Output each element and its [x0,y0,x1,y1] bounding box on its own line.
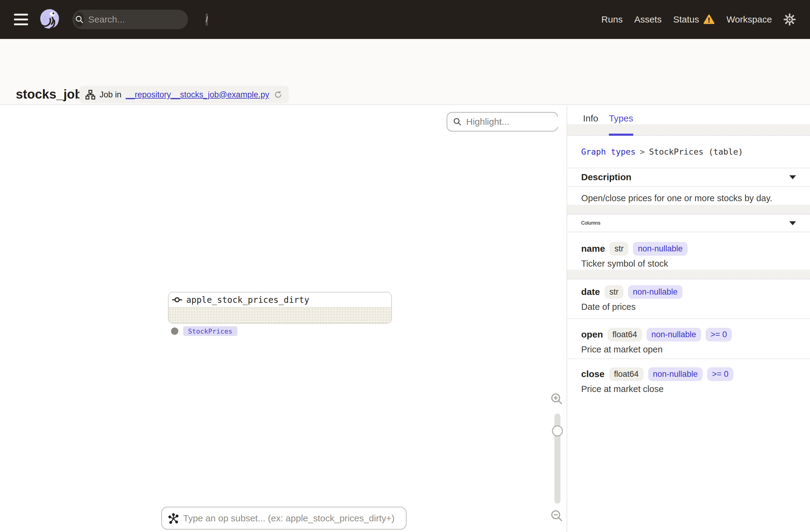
column-name: date [581,287,600,297]
column-row-open: open float64 non-nullable >= 0 [567,327,810,341]
column-name: open [581,329,603,340]
section-separator-band [567,205,810,214]
type-explorer-panel: Info Types Graph types > StockPrices (ta… [567,106,810,532]
column-constraint-tag: non-nullable [633,242,687,256]
search-icon [453,117,462,126]
column-constraint-tag: non-nullable [647,328,701,341]
column-name: name [581,243,605,254]
description-text: Open/close prices for one or more stocks… [567,192,810,204]
panel-tabs: Info Types [567,106,810,136]
dagster-logo-icon[interactable] [38,8,61,31]
highlight-search [447,112,558,131]
page-title: stocks_job [16,87,82,102]
warning-icon [703,14,715,25]
column-type-tag: str [610,242,628,256]
search-shortcut-key: / [206,13,208,26]
nav-status-label: Status [673,14,699,25]
global-search: / [72,10,188,29]
description-heading: Description [581,172,631,182]
op-node-title: apple_stock_prices_dirty [186,295,309,305]
output-type-dot [171,327,178,335]
column-description: Price at market open [567,344,810,355]
hamburger-menu-icon[interactable] [14,14,28,25]
column-type-tag: float64 [609,367,644,381]
page-header: stocks_job Job in __repository__stocks_j… [0,39,810,105]
job-origin-prefix: Job in [99,90,122,99]
column-constraint-tag: non-nullable [628,285,682,299]
column-row-name: name str non-nullable [567,242,810,256]
output-type-chip[interactable]: StockPrices [183,326,237,336]
column-constraint-tag: non-nullable [648,367,702,381]
op-subset-filter [161,507,406,530]
nav-assets[interactable]: Assets [634,14,662,25]
panel-tab-types[interactable]: Types [609,113,633,124]
breadcrumb-current-type: StockPrices (table) [649,147,743,157]
highlight-input[interactable] [466,116,584,127]
column-name: close [581,369,605,379]
reload-icon[interactable] [274,90,283,99]
op-icon [172,296,182,303]
row-divider [567,358,810,359]
column-type-tag: str [605,285,623,299]
panel-tab-info[interactable]: Info [583,113,598,124]
columns-section-header[interactable]: Columns [567,214,810,232]
description-section-header[interactable]: Description [567,168,810,187]
column-constraint-tag: >= 0 [706,328,732,341]
row-divider [567,318,810,319]
op-graph-icon [168,513,179,524]
column-type-tag: float64 [608,328,642,341]
panel-active-tab-underline [609,134,633,136]
column-row-close: close float64 non-nullable >= 0 [567,367,810,381]
type-breadcrumb: Graph types > StockPrices (table) [567,145,810,158]
op-graph-canvas[interactable]: apple_stock_prices_dirty StockPrices [0,106,567,532]
nav-workspace[interactable]: Workspace [726,14,772,25]
zoom-in-icon[interactable] [550,392,564,406]
top-nav: / Runs Assets Status Workspace [0,0,810,39]
breadcrumb-separator: > [640,147,645,157]
settings-gear-icon[interactable] [783,13,796,26]
op-subset-input[interactable] [183,513,400,523]
breadcrumb-graph-types-link[interactable]: Graph types [581,147,636,157]
columns-heading: Columns [581,220,600,226]
op-node-apple-stock-prices-dirty[interactable]: apple_stock_prices_dirty [168,292,392,323]
chevron-down-icon [789,175,796,179]
zoom-slider-handle[interactable] [552,425,563,436]
nav-runs[interactable]: Runs [601,14,622,25]
column-constraint-tag: >= 0 [707,367,733,381]
column-row-date: date str non-nullable [567,285,810,299]
chevron-down-icon [789,221,796,225]
zoom-out-icon[interactable] [550,509,564,522]
column-description: Date of prices [567,301,810,312]
repository-file-link[interactable]: __repository__stocks_job@example.py [126,90,269,99]
nav-status[interactable]: Status [673,14,715,25]
row-separator-band [567,270,810,279]
job-origin-badge: Job in __repository__stocks_job@example.… [79,86,289,103]
workflow-icon [85,90,95,99]
column-description: Price at market close [567,384,810,394]
column-description: Ticker symbol of stock [567,258,810,269]
panel-tabs-band [567,124,810,136]
op-node-body [168,307,391,323]
search-input[interactable] [88,14,206,25]
search-icon [75,12,84,27]
